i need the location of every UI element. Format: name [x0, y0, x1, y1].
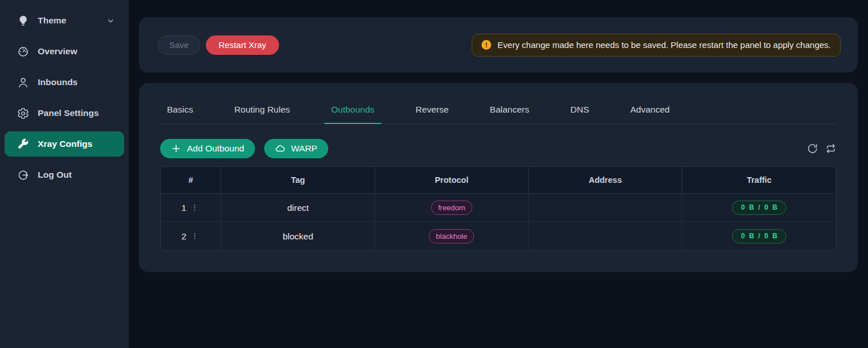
row-address [529, 222, 683, 250]
sidebar: Theme Overview Inbounds Panel Settings X… [0, 0, 129, 348]
warp-button[interactable]: WARP [264, 139, 328, 158]
tab-balancers[interactable]: Balancers [483, 105, 536, 123]
wrench-icon [17, 138, 29, 150]
xray-config-card: Basics Routing Rules Outbounds Reverse B… [139, 83, 858, 272]
plus-icon [171, 143, 181, 154]
warning-text: Every change made here needs to be saved… [497, 40, 831, 50]
retweet-icon[interactable] [825, 143, 837, 154]
dashboard-icon [17, 46, 29, 58]
row-index: 1 [181, 203, 186, 213]
outbounds-actions-row: Add Outbound WARP [160, 139, 837, 158]
table-row: 1 direct freedom 0 B / 0 B [161, 194, 836, 222]
traffic-badge: 0 B / 0 B [732, 201, 786, 215]
logout-icon [17, 169, 29, 181]
col-protocol: Protocol [375, 167, 529, 194]
tab-routing-rules[interactable]: Routing Rules [228, 105, 297, 123]
outbounds-table: # Tag Protocol Address Traffic 1 [160, 166, 837, 251]
col-address: Address [529, 167, 683, 194]
protocol-badge: blackhole [429, 229, 474, 243]
tab-reverse[interactable]: Reverse [409, 105, 456, 123]
row-menu-icon[interactable] [189, 231, 200, 242]
traffic-badge: 0 B / 0 B [732, 229, 786, 243]
sidebar-item-log-out[interactable]: Log Out [5, 162, 124, 187]
cloud-icon [275, 143, 285, 154]
row-tag: blocked [221, 222, 375, 250]
warp-label: WARP [291, 144, 317, 153]
sidebar-item-inbounds[interactable]: Inbounds [5, 70, 124, 95]
tab-advanced[interactable]: Advanced [623, 105, 676, 123]
sidebar-item-label: Xray Configs [38, 139, 93, 149]
config-tabs: Basics Routing Rules Outbounds Reverse B… [160, 105, 837, 124]
restart-xray-button[interactable]: Restart Xray [206, 35, 278, 55]
row-index: 2 [181, 231, 186, 242]
sidebar-item-label: Panel Settings [38, 108, 99, 118]
sidebar-item-label: Log Out [38, 170, 71, 180]
add-outbound-button[interactable]: Add Outbound [160, 139, 255, 158]
sidebar-item-xray-configs[interactable]: Xray Configs [5, 131, 124, 157]
col-index: # [161, 167, 221, 194]
tab-dns[interactable]: DNS [564, 105, 596, 123]
gear-icon [17, 107, 29, 119]
row-tag: direct [221, 194, 375, 222]
main-content: Save Restart Xray ! Every change made he… [129, 0, 868, 348]
sidebar-item-overview[interactable]: Overview [5, 39, 124, 64]
sidebar-item-theme[interactable]: Theme [5, 8, 124, 33]
unsaved-changes-warning: ! Every change made here needs to be sav… [472, 34, 841, 57]
table-header-row: # Tag Protocol Address Traffic [161, 167, 836, 194]
protocol-badge: freedom [431, 201, 472, 215]
table-row: 2 blocked blackhole 0 B / 0 B [161, 222, 836, 250]
sync-icon[interactable] [807, 143, 818, 154]
toolbar-buttons: Save Restart Xray [158, 35, 279, 55]
sidebar-item-panel-settings[interactable]: Panel Settings [5, 101, 124, 126]
tab-basics[interactable]: Basics [160, 105, 200, 123]
toolbar-card: Save Restart Xray ! Every change made he… [139, 17, 858, 73]
chevron-down-icon [106, 17, 115, 25]
sidebar-item-label: Theme [38, 15, 66, 26]
user-icon [17, 77, 29, 89]
row-address [529, 194, 683, 222]
sidebar-item-label: Inbounds [38, 77, 78, 87]
col-tag: Tag [221, 167, 375, 194]
table-tools [807, 143, 837, 154]
tab-outbounds[interactable]: Outbounds [324, 105, 381, 123]
bulb-icon [17, 15, 29, 27]
save-button[interactable]: Save [158, 35, 200, 55]
sidebar-item-label: Overview [38, 46, 77, 57]
row-menu-icon[interactable] [189, 203, 200, 213]
warning-icon: ! [481, 40, 491, 50]
col-traffic: Traffic [682, 167, 836, 194]
add-outbound-label: Add Outbound [187, 144, 244, 153]
